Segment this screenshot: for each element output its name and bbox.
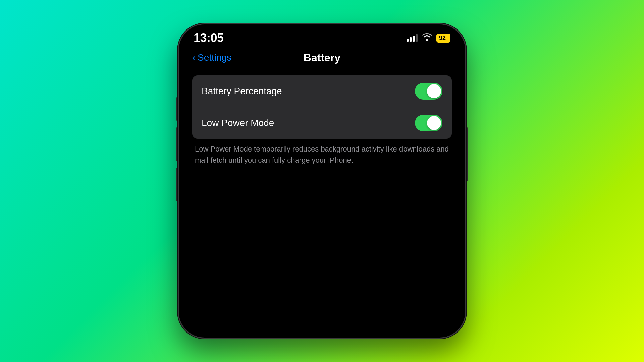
signal-bar-3 bbox=[413, 36, 415, 42]
phone-frame: 13:05 bbox=[178, 23, 466, 339]
battery-percentage-row: Battery Percentage bbox=[192, 75, 452, 107]
battery-percentage-label: Battery Percentage bbox=[202, 86, 282, 97]
signal-bars-icon bbox=[407, 34, 418, 42]
low-power-mode-toggle-thumb bbox=[427, 116, 441, 130]
status-icons: 92 bbox=[407, 33, 450, 43]
status-time: 13:05 bbox=[194, 31, 224, 45]
signal-bar-4 bbox=[416, 34, 418, 42]
low-power-mode-label: Low Power Mode bbox=[202, 118, 274, 128]
screen: 13:05 bbox=[179, 24, 465, 338]
content: Battery Percentage Low Power Mode Low Po… bbox=[179, 70, 465, 171]
back-button[interactable]: ‹ Settings bbox=[192, 52, 231, 63]
dynamic-island bbox=[299, 31, 345, 43]
back-button-label: Settings bbox=[198, 52, 231, 63]
battery-badge: 92 bbox=[436, 34, 450, 43]
page-title: Battery bbox=[304, 52, 340, 64]
signal-bar-1 bbox=[407, 39, 409, 42]
low-power-mode-description: Low Power Mode temporarily reduces backg… bbox=[192, 143, 452, 166]
wifi-icon bbox=[422, 33, 432, 43]
signal-bar-2 bbox=[410, 37, 412, 42]
battery-percentage-toggle[interactable] bbox=[415, 83, 442, 100]
settings-group: Battery Percentage Low Power Mode bbox=[192, 75, 452, 139]
low-power-mode-row: Low Power Mode bbox=[192, 107, 452, 139]
battery-percent-text: 92 bbox=[439, 35, 446, 42]
nav-bar: ‹ Settings Battery bbox=[179, 49, 465, 70]
phone-wrapper: 13:05 bbox=[178, 23, 466, 339]
battery-tip-icon bbox=[446, 36, 448, 40]
battery-percentage-toggle-thumb bbox=[427, 84, 441, 98]
back-chevron-icon: ‹ bbox=[192, 52, 196, 63]
low-power-mode-toggle[interactable] bbox=[415, 115, 442, 131]
